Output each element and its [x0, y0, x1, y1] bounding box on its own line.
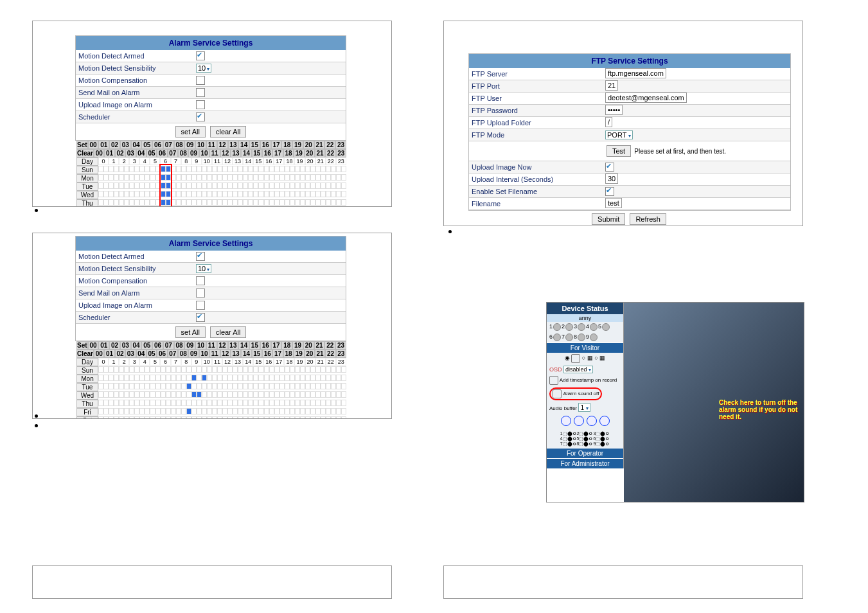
- clear-hour-19[interactable]: 19: [294, 350, 304, 358]
- sensibility-select[interactable]: 10: [196, 64, 211, 73]
- sched-cell[interactable]: [212, 400, 217, 406]
- sched-cell[interactable]: [202, 366, 207, 373]
- sched-cell[interactable]: [134, 400, 139, 406]
- sched-cell[interactable]: [114, 191, 119, 197]
- sched-cell[interactable]: [222, 191, 227, 197]
- sched-cell[interactable]: [285, 400, 290, 406]
- sched-cell[interactable]: [109, 174, 114, 181]
- sched-cell[interactable]: [300, 166, 305, 172]
- sched-cell[interactable]: [139, 182, 145, 189]
- timestamp-checkbox[interactable]: [549, 376, 558, 385]
- sched-cell[interactable]: [176, 383, 181, 389]
- sched-cell[interactable]: [202, 391, 207, 398]
- sched-cell[interactable]: [336, 416, 341, 419]
- sched-cell[interactable]: [119, 166, 124, 172]
- sched-cell[interactable]: [305, 182, 310, 189]
- sched-cell[interactable]: [119, 199, 124, 206]
- clear-hour-16[interactable]: 16: [262, 149, 272, 157]
- sched-cell[interactable]: [233, 182, 238, 189]
- set-hour-02[interactable]: 02: [109, 341, 120, 350]
- set-hour-00[interactable]: 00: [88, 341, 99, 350]
- sched-cell[interactable]: [248, 391, 253, 398]
- clear-hour-09[interactable]: 09: [188, 350, 199, 358]
- ftp-submit-button[interactable]: Submit: [592, 213, 625, 225]
- sched-cell[interactable]: [197, 391, 202, 398]
- ftp-user-input[interactable]: deotest@mgenseal.com: [605, 93, 687, 103]
- sched-cell[interactable]: [181, 400, 186, 406]
- sched-cell[interactable]: [305, 416, 310, 419]
- audio-buffer-select[interactable]: 1: [578, 403, 590, 412]
- sched-cell[interactable]: [197, 416, 202, 419]
- sched-cell[interactable]: [341, 366, 346, 373]
- sched-cell[interactable]: [285, 174, 290, 181]
- set-hour-14[interactable]: 14: [238, 341, 249, 350]
- clear-all-button[interactable]: clear All: [210, 326, 247, 338]
- sched-cell[interactable]: [134, 191, 139, 197]
- sched-cell[interactable]: [129, 375, 134, 381]
- sched-cell[interactable]: [129, 199, 134, 206]
- sched-cell[interactable]: [300, 408, 305, 414]
- sched-cell[interactable]: [150, 191, 155, 197]
- sched-cell[interactable]: [315, 416, 321, 419]
- sched-cell[interactable]: [217, 191, 222, 197]
- sched-cell[interactable]: [98, 391, 103, 398]
- sched-cell[interactable]: [186, 400, 191, 406]
- sched-cell[interactable]: [181, 166, 186, 172]
- upload-image-checkbox[interactable]: [196, 100, 205, 109]
- sched-cell[interactable]: [279, 199, 285, 206]
- sched-cell[interactable]: [248, 366, 253, 373]
- sched-cell[interactable]: [212, 416, 217, 419]
- sched-cell[interactable]: [98, 174, 103, 181]
- sched-cell[interactable]: [161, 408, 166, 414]
- set-hour-13[interactable]: 13: [228, 141, 239, 149]
- sched-cell[interactable]: [191, 416, 197, 419]
- sched-cell[interactable]: [238, 182, 243, 189]
- sched-cell[interactable]: [305, 199, 310, 206]
- sched-cell[interactable]: [295, 191, 300, 197]
- sched-cell[interactable]: [227, 400, 233, 406]
- filename-input[interactable]: test: [605, 198, 622, 208]
- sched-cell[interactable]: [341, 191, 346, 197]
- sched-cell[interactable]: [202, 166, 207, 172]
- sched-cell[interactable]: [253, 199, 258, 206]
- clear-hour-19[interactable]: 19: [294, 149, 304, 157]
- sched-cell[interactable]: [109, 416, 114, 419]
- sched-cell[interactable]: [134, 174, 139, 181]
- sched-cell[interactable]: [305, 408, 310, 414]
- sched-cell[interactable]: [139, 416, 145, 419]
- clear-hour-09[interactable]: 09: [188, 149, 199, 157]
- set-hour-17[interactable]: 17: [271, 341, 282, 350]
- sched-cell[interactable]: [326, 416, 331, 419]
- sched-cell[interactable]: [197, 375, 202, 381]
- sched-cell[interactable]: [212, 408, 217, 414]
- sched-cell[interactable]: [109, 375, 114, 381]
- sched-cell[interactable]: [336, 182, 341, 189]
- sched-cell[interactable]: [300, 391, 305, 398]
- sched-cell[interactable]: [274, 366, 279, 373]
- sched-cell[interactable]: [129, 416, 134, 419]
- sched-cell[interactable]: [197, 366, 202, 373]
- sched-cell[interactable]: [212, 166, 217, 172]
- sched-cell[interactable]: [310, 174, 315, 181]
- sched-cell[interactable]: [336, 199, 341, 206]
- sched-cell[interactable]: [269, 383, 274, 389]
- sched-cell[interactable]: [248, 383, 253, 389]
- sched-cell[interactable]: [150, 383, 155, 389]
- sched-cell[interactable]: [264, 375, 269, 381]
- sched-cell[interactable]: [103, 416, 109, 419]
- sched-cell[interactable]: [139, 383, 145, 389]
- clear-hour-22[interactable]: 22: [325, 350, 335, 358]
- sched-cell[interactable]: [290, 383, 295, 389]
- sched-cell[interactable]: [207, 416, 212, 419]
- sched-cell[interactable]: [161, 191, 166, 197]
- sched-cell[interactable]: [285, 375, 290, 381]
- sched-cell[interactable]: [109, 383, 114, 389]
- sched-cell[interactable]: [171, 416, 176, 419]
- sched-cell[interactable]: [290, 408, 295, 414]
- sched-cell[interactable]: [238, 408, 243, 414]
- sched-cell[interactable]: [326, 408, 331, 414]
- set-hour-11[interactable]: 11: [206, 141, 217, 149]
- sched-cell[interactable]: [336, 408, 341, 414]
- sched-cell[interactable]: [207, 174, 212, 181]
- set-hour-23[interactable]: 23: [335, 341, 346, 350]
